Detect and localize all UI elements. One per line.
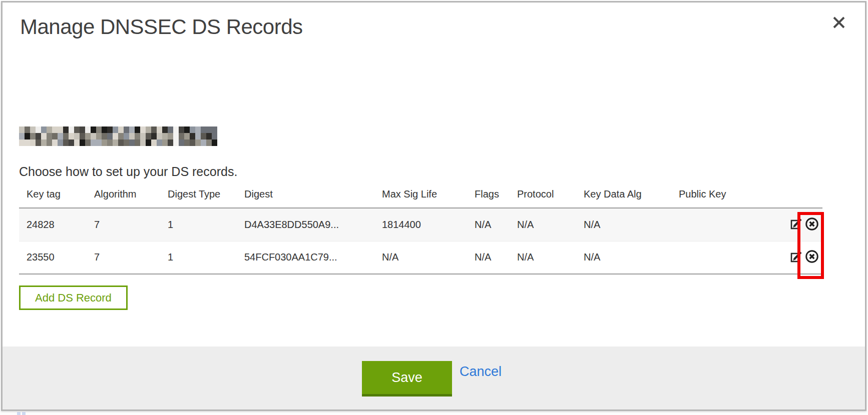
- cell-flags: N/A: [467, 241, 510, 274]
- table-header-row: Key tag Algorithm Digest Type Digest Max…: [19, 181, 822, 208]
- background-artifact: [22, 412, 26, 415]
- col-header-digest: Digest: [237, 181, 374, 208]
- col-header-digest-type: Digest Type: [160, 181, 237, 208]
- table-row: 23550 7 1 54FCF030AA1C79... N/A N/A N/A …: [19, 241, 822, 274]
- cell-digest-type: 1: [160, 241, 237, 274]
- delete-record-button[interactable]: [804, 216, 819, 233]
- cell-key-data-alg: N/A: [576, 208, 671, 241]
- table-row: 24828 7 1 D4A33E8DD550A9... 1814400 N/A …: [19, 208, 822, 241]
- cell-public-key: [671, 208, 771, 241]
- instruction-text: Choose how to set up your DS records.: [19, 164, 237, 179]
- close-button[interactable]: [828, 12, 849, 34]
- dialog-title: Manage DNSSEC DS Records: [20, 15, 303, 39]
- cell-digest: D4A33E8DD550A9...: [237, 208, 374, 241]
- cell-key-data-alg: N/A: [576, 241, 671, 274]
- delete-circle-x-icon: [804, 249, 819, 266]
- cell-key-tag: 24828: [19, 208, 87, 241]
- cell-max-sig-life: N/A: [374, 241, 467, 274]
- close-icon: [831, 14, 847, 32]
- edit-pencil-icon: [789, 250, 803, 265]
- cell-key-tag: 23550: [19, 241, 87, 274]
- cell-algorithm: 7: [87, 241, 160, 274]
- edit-record-button[interactable]: [789, 250, 803, 265]
- ds-records-table: Key tag Algorithm Digest Type Digest Max…: [19, 181, 822, 274]
- col-header-algorithm: Algorithm: [87, 181, 160, 208]
- redacted-domain-name: [19, 126, 217, 146]
- col-header-public-key: Public Key: [671, 181, 771, 208]
- background-artifact: [17, 412, 21, 415]
- cell-max-sig-life: 1814400: [374, 208, 467, 241]
- save-button[interactable]: Save: [362, 361, 452, 396]
- delete-record-button[interactable]: [804, 249, 819, 266]
- cell-public-key: [671, 241, 771, 274]
- delete-circle-x-icon: [804, 216, 819, 233]
- dialog-footer: Save Cancel: [3, 346, 865, 410]
- edit-pencil-icon: [789, 217, 803, 232]
- add-ds-record-button[interactable]: Add DS Record: [19, 286, 128, 310]
- manage-dnssec-dialog: Manage DNSSEC DS Records Choose how to s…: [1, 1, 866, 411]
- col-header-key-data-alg: Key Data Alg: [576, 181, 671, 208]
- cell-digest-type: 1: [160, 208, 237, 241]
- col-header-key-tag: Key tag: [19, 181, 87, 208]
- col-header-protocol: Protocol: [510, 181, 576, 208]
- col-header-max-sig-life: Max Sig Life: [374, 181, 467, 208]
- cell-protocol: N/A: [510, 241, 576, 274]
- col-header-flags: Flags: [467, 181, 510, 208]
- cancel-button[interactable]: Cancel: [460, 346, 502, 396]
- cell-protocol: N/A: [510, 208, 576, 241]
- cell-algorithm: 7: [87, 208, 160, 241]
- cell-flags: N/A: [467, 208, 510, 241]
- edit-record-button[interactable]: [789, 217, 803, 232]
- cell-digest: 54FCF030AA1C79...: [237, 241, 374, 274]
